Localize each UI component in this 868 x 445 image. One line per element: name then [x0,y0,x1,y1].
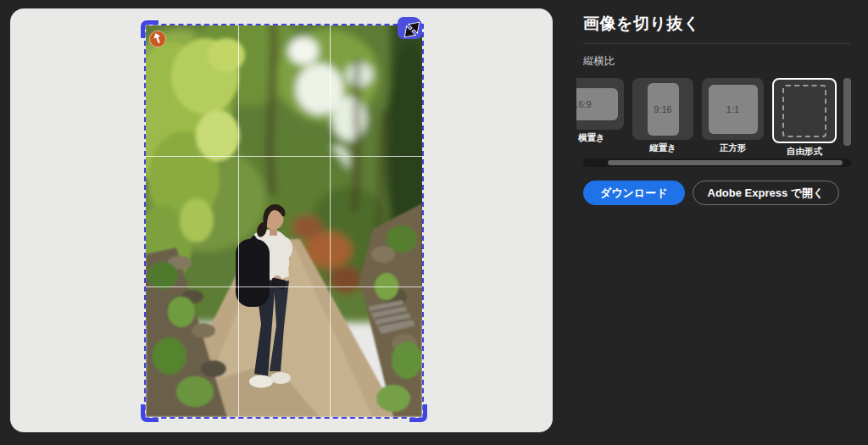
aspect-ratio-text: 1:1 [726,104,739,114]
landscape-shape-icon: 16:9 [576,88,618,120]
photo-forest-path [146,25,422,417]
aspect-ratio-text: 16:9 [576,99,592,109]
page-title: 画像を切り抜く [583,13,700,35]
divider [583,43,850,44]
portrait-shape-icon: 9:16 [648,83,679,136]
aspect-tile-label: 縦置き [649,142,676,154]
crop-handle-bottom-left[interactable] [141,404,159,422]
crop-options-panel: 画像を切り抜く 縦横比 16:9 横置き 9:16 縦置き [576,0,868,445]
aspect-tile-label: 自由形式 [787,146,822,158]
scrollbar-thumb[interactable] [608,160,843,165]
download-button[interactable]: ダウンロード [583,181,685,205]
square-shape-icon: 1:1 [709,85,758,134]
open-in-adobe-express-button[interactable]: Adobe Express で開く [693,181,840,205]
freeform-dashed-icon [782,85,826,137]
crop-handle-bottom-right[interactable] [409,404,427,422]
aspect-tile-partial-next[interactable] [843,78,851,146]
editor-canvas [10,8,553,432]
crop-region[interactable] [146,25,422,417]
aspect-tile-portrait[interactable]: 9:16 縦置き [632,78,693,154]
crop-handle-top-left[interactable] [141,20,159,38]
aspect-ratio-section-label: 縦横比 [583,54,615,69]
aspect-tile-label: 横置き [578,132,605,144]
aspect-preview-landscape: 16:9 [576,78,624,130]
crop-handle-top-right[interactable] [398,17,422,39]
aspect-tile-label: 正方形 [720,142,747,154]
aspect-preview-square: 1:1 [702,78,764,140]
aspect-tile-square[interactable]: 1:1 正方形 [702,78,764,154]
aspect-tile-landscape[interactable]: 16:9 横置き [576,78,624,144]
aspect-tiles-scroller[interactable]: 16:9 横置き 9:16 縦置き 1:1 [576,78,853,163]
aspect-tiles-scrollbar[interactable] [583,159,851,167]
aspect-tile-freeform-selected[interactable]: 自由形式 [772,78,837,158]
aspect-preview-freeform [772,78,837,143]
aspect-ratio-text: 9:16 [654,104,671,114]
aspect-preview-portrait: 9:16 [632,78,693,140]
